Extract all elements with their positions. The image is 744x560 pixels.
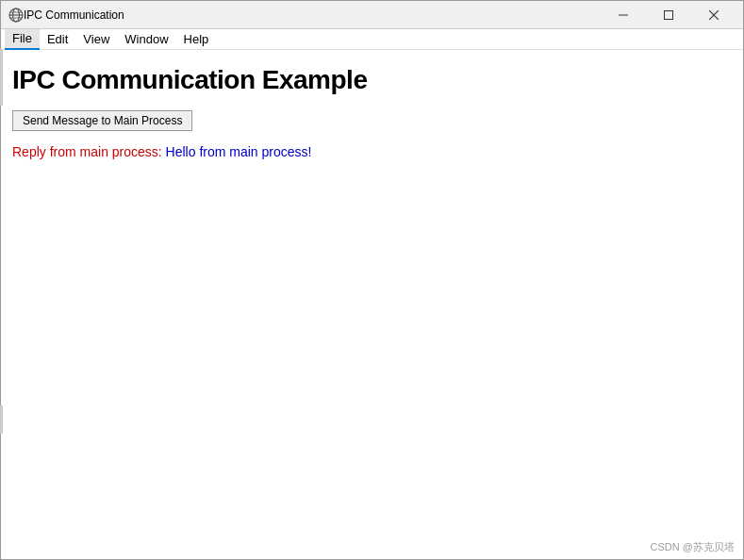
close-button[interactable] [692,1,736,29]
menu-file[interactable]: File [5,29,40,50]
title-bar: IPC Communication [1,1,743,29]
main-content: IPC Communication Example Send Message t… [1,50,743,559]
menu-bar: File Edit View Window Help [1,29,743,50]
sidebar-accent-top [0,49,3,106]
menu-help[interactable]: Help [176,29,217,50]
page-title: IPC Communication Example [12,65,732,95]
svg-rect-6 [665,10,673,19]
svg-rect-5 [619,14,628,15]
menu-edit[interactable]: Edit [40,29,75,50]
window-controls [602,1,736,29]
sidebar-accent-bottom [0,405,3,434]
watermark: CSDN @苏克贝塔 [651,540,735,554]
send-message-button[interactable]: Send Message to Main Process [12,110,192,131]
reply-value: Hello from main process! [166,144,312,159]
reply-label: Reply from main process: [12,144,166,159]
maximize-button[interactable] [647,1,690,29]
menu-window[interactable]: Window [117,29,175,50]
window-title: IPC Communication [24,8,602,22]
menu-view[interactable]: View [75,29,117,50]
minimize-button[interactable] [602,1,645,29]
reply-message: Reply from main process: Hello from main… [12,144,732,159]
app-icon [8,8,24,23]
